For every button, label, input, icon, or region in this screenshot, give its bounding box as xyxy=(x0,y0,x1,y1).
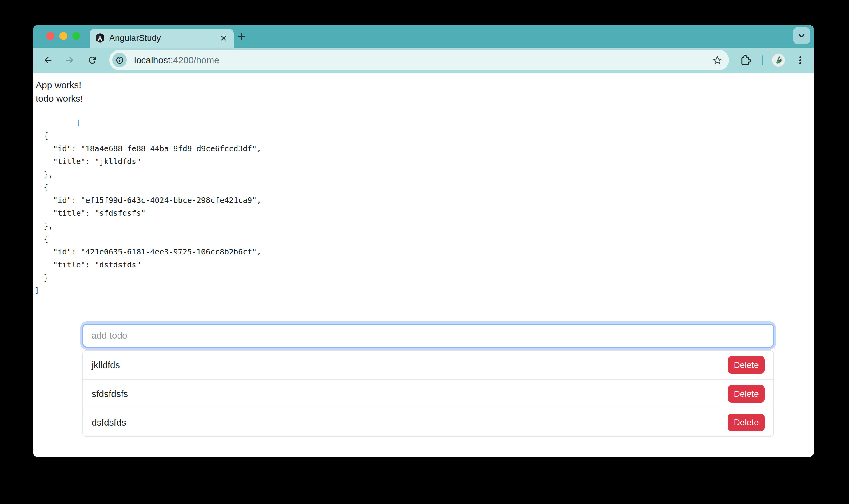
desktop-background: { "window": { "tab": { "title": "Angular… xyxy=(0,0,849,504)
angular-shield-icon xyxy=(96,33,105,43)
browser-window: AngularStudy xyxy=(33,24,814,457)
add-todo-input[interactable] xyxy=(83,324,774,347)
window-zoom-button[interactable] xyxy=(72,32,80,40)
page-content: App works! todo works! [ { "id": "18a4e6… xyxy=(33,73,814,457)
profile-avatar[interactable] xyxy=(772,54,785,67)
todo-row: jklldfds Delete xyxy=(83,350,773,379)
reload-button[interactable] xyxy=(86,53,99,67)
address-bar[interactable]: localhost:4200/home xyxy=(109,50,729,70)
toolbar-divider xyxy=(762,55,763,65)
url-path: :4200/home xyxy=(170,55,219,65)
forward-button[interactable] xyxy=(63,53,76,67)
intro-text: App works! todo works! xyxy=(33,73,814,105)
url-text[interactable]: localhost:4200/home xyxy=(134,55,219,66)
reload-icon xyxy=(87,55,98,66)
url-host: localhost xyxy=(134,55,170,65)
todo-title: jklldfds xyxy=(92,360,120,370)
back-button[interactable] xyxy=(41,53,55,67)
three-dot-menu-icon[interactable] xyxy=(794,53,807,67)
arrow-left-icon xyxy=(43,55,53,66)
tab-search-button[interactable] xyxy=(793,27,810,44)
info-icon xyxy=(115,56,124,65)
delete-button[interactable]: Delete xyxy=(728,385,765,402)
delete-button[interactable]: Delete xyxy=(728,414,765,431)
todo-row: sfdsfdsfs Delete xyxy=(83,379,773,408)
todo-title: dsfdsfds xyxy=(92,417,126,428)
todos-json-output: [ { "id": "18a4e688-fe88-44ba-9fd9-d9ce6… xyxy=(34,116,814,297)
extensions-puzzle-icon[interactable] xyxy=(739,53,752,67)
tab-close-icon[interactable] xyxy=(218,32,229,44)
browser-toolbar: localhost:4200/home xyxy=(33,48,814,73)
chevron-down-icon xyxy=(797,31,806,40)
window-minimize-button[interactable] xyxy=(59,32,67,40)
origami-dragon-image xyxy=(773,55,784,66)
tab-title: AngularStudy xyxy=(109,33,218,43)
site-info-button[interactable] xyxy=(112,53,127,67)
todo-widget: jklldfds Delete sfdsfdsfs Delete dsfdsfd… xyxy=(83,324,774,437)
todo-list: jklldfds Delete sfdsfdsfs Delete dsfdsfd… xyxy=(83,350,774,437)
new-tab-button[interactable] xyxy=(233,28,250,45)
window-close-button[interactable] xyxy=(47,32,54,40)
bookmark-star-icon[interactable] xyxy=(711,53,724,67)
todo-works-text: todo works! xyxy=(36,92,814,105)
todo-row: dsfdsfds Delete xyxy=(83,408,773,436)
tab-strip: AngularStudy xyxy=(33,24,814,48)
arrow-right-icon xyxy=(65,55,75,66)
delete-button[interactable]: Delete xyxy=(728,356,765,374)
app-works-text: App works! xyxy=(36,78,814,92)
todo-title: sfdsfdsfs xyxy=(92,389,128,399)
browser-tab[interactable]: AngularStudy xyxy=(90,29,234,48)
